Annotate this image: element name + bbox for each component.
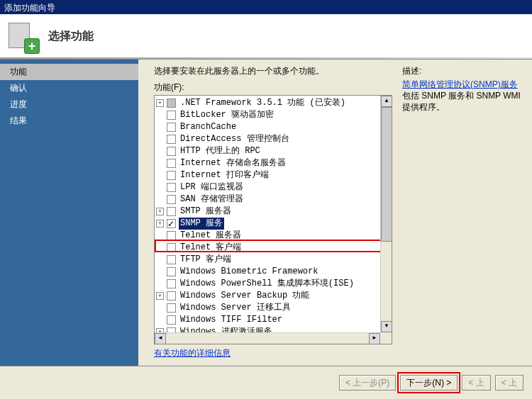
wizard-icon: + bbox=[7, 21, 38, 52]
feature-label: Internet 存储命名服务器 bbox=[179, 157, 287, 169]
expand-icon[interactable]: + bbox=[156, 99, 164, 107]
tree-node[interactable]: Windows Server 迁移工具 bbox=[156, 302, 390, 314]
tree-node[interactable]: DirectAccess 管理控制台 bbox=[156, 133, 390, 145]
tree-node[interactable]: +SNMP 服务 bbox=[156, 218, 390, 230]
feature-checkbox[interactable] bbox=[167, 303, 176, 313]
features-tree[interactable]: +.NET Framework 3.5.1 功能 (已安装)BitLocker … bbox=[155, 96, 392, 344]
tree-node[interactable]: LPR 端口监视器 bbox=[156, 181, 390, 193]
tree-node[interactable]: Internet 存储命名服务器 bbox=[156, 157, 390, 169]
scroll-down-button[interactable]: ▼ bbox=[381, 321, 392, 332]
sidebar-item[interactable]: 进度 bbox=[0, 96, 138, 113]
wizard-sidebar: 功能确认进度结果 bbox=[0, 60, 138, 366]
window-title: 添加功能向导 bbox=[4, 3, 55, 13]
instruction-text: 选择要安装在此服务器上的一个或多个功能。 bbox=[154, 65, 392, 77]
tree-node[interactable]: BranchCache bbox=[156, 121, 390, 133]
tree-node[interactable]: HTTP 代理上的 RPC bbox=[156, 145, 390, 157]
feature-label: BranchCache bbox=[179, 121, 238, 133]
next-button[interactable]: 下一步(N) > bbox=[400, 375, 458, 390]
wizard-body: 功能确认进度结果 选择要安装在此服务器上的一个或多个功能。 功能(F): +.N… bbox=[0, 60, 532, 366]
sidebar-item[interactable]: 确认 bbox=[0, 80, 138, 96]
feature-checkbox[interactable] bbox=[167, 195, 176, 204]
tree-node[interactable]: Windows TIFF IFilter bbox=[156, 314, 390, 326]
scroll-left-button[interactable]: ◄ bbox=[155, 333, 166, 344]
feature-label: Windows PowerShell 集成脚本环境(ISE) bbox=[179, 278, 355, 290]
feature-label: Internet 打印客户端 bbox=[179, 169, 270, 181]
footer-button-3[interactable]: < 上 bbox=[462, 375, 490, 390]
feature-label: SMTP 服务器 bbox=[179, 206, 233, 218]
feature-checkbox[interactable] bbox=[167, 219, 176, 228]
feature-label: LPR 端口监视器 bbox=[179, 181, 245, 193]
feature-label: Windows Biometric Framework bbox=[179, 266, 319, 278]
feature-label: Windows Server 迁移工具 bbox=[179, 302, 292, 314]
expand-icon[interactable]: + bbox=[156, 292, 164, 300]
window-titlebar: 添加功能向导 bbox=[0, 0, 532, 14]
feature-checkbox[interactable] bbox=[167, 159, 176, 168]
vertical-scrollbar[interactable]: ▲ ▼ bbox=[380, 96, 392, 332]
expand-icon[interactable]: + bbox=[156, 208, 164, 215]
tree-node[interactable]: SAN 存储管理器 bbox=[156, 193, 390, 206]
description-tail: 包括 SNMP 服务和 SNMP WMI 提供程序。 bbox=[402, 91, 521, 112]
feature-label: .NET Framework 3.5.1 功能 (已安装) bbox=[179, 97, 347, 109]
tree-node[interactable]: BitLocker 驱动器加密 bbox=[156, 109, 390, 121]
features-tree-container: +.NET Framework 3.5.1 功能 (已安装)BitLocker … bbox=[154, 95, 392, 344]
tree-node[interactable]: Windows Biometric Framework bbox=[156, 266, 390, 278]
header-divider bbox=[0, 57, 532, 59]
feature-label: DirectAccess 管理控制台 bbox=[179, 133, 291, 145]
page-title: 选择功能 bbox=[48, 29, 94, 44]
feature-checkbox[interactable] bbox=[167, 123, 176, 132]
feature-checkbox[interactable] bbox=[167, 291, 176, 300]
scroll-right-button[interactable]: ► bbox=[369, 333, 380, 344]
feature-checkbox[interactable] bbox=[167, 255, 176, 264]
scroll-thumb[interactable] bbox=[381, 107, 392, 242]
feature-checkbox[interactable] bbox=[167, 315, 176, 325]
tree-node[interactable]: Telnet 客户端 bbox=[156, 242, 390, 254]
feature-checkbox[interactable] bbox=[167, 135, 176, 144]
feature-label: Windows Server Backup 功能 bbox=[179, 290, 311, 302]
feature-checkbox[interactable] bbox=[167, 147, 176, 156]
tree-node[interactable]: Telnet 服务器 bbox=[156, 230, 390, 242]
sidebar-item[interactable]: 结果 bbox=[0, 113, 138, 129]
horizontal-scrollbar[interactable]: ◄ ► bbox=[155, 332, 380, 344]
plus-icon: + bbox=[24, 38, 40, 54]
feature-label: SAN 存储管理器 bbox=[179, 193, 245, 206]
expand-icon[interactable]: + bbox=[156, 220, 164, 227]
footer-button-4[interactable]: < 上 bbox=[495, 375, 523, 390]
features-label: 功能(F): bbox=[154, 82, 392, 94]
previous-button[interactable]: < 上一步(P) bbox=[339, 375, 396, 390]
tree-node[interactable]: Internet 打印客户端 bbox=[156, 169, 390, 181]
tree-node[interactable]: Windows PowerShell 集成脚本环境(ISE) bbox=[156, 278, 390, 290]
feature-label: Windows TIFF IFilter bbox=[179, 314, 284, 326]
scroll-corner bbox=[380, 332, 392, 344]
feature-label: BitLocker 驱动器加密 bbox=[179, 109, 275, 121]
tree-node[interactable]: +Windows Server Backup 功能 bbox=[156, 290, 390, 302]
feature-checkbox[interactable] bbox=[167, 243, 176, 252]
feature-label: TFTP 客户端 bbox=[179, 254, 233, 266]
feature-checkbox[interactable] bbox=[167, 267, 176, 276]
next-button-wrap: 下一步(N) > bbox=[400, 375, 458, 390]
wizard-footer: < 上一步(P) 下一步(N) > < 上 < 上 bbox=[0, 366, 532, 399]
scroll-up-button[interactable]: ▲ bbox=[381, 96, 392, 107]
tree-node[interactable]: +SMTP 服务器 bbox=[156, 206, 390, 218]
feature-checkbox[interactable] bbox=[167, 231, 176, 240]
feature-label: SNMP 服务 bbox=[179, 218, 224, 230]
feature-checkbox[interactable] bbox=[167, 279, 176, 288]
description-text: 简单网络管理协议(SNMP)服务包括 SNMP 服务和 SNMP WMI 提供程… bbox=[402, 79, 522, 113]
tree-node[interactable]: +.NET Framework 3.5.1 功能 (已安装) bbox=[156, 97, 390, 109]
feature-checkbox[interactable] bbox=[167, 207, 176, 216]
more-info-link[interactable]: 有关功能的详细信息 bbox=[154, 347, 231, 359]
tree-node[interactable]: TFTP 客户端 bbox=[156, 254, 390, 266]
features-column: 选择要安装在此服务器上的一个或多个功能。 功能(F): +.NET Framew… bbox=[154, 65, 392, 360]
feature-label: Telnet 客户端 bbox=[179, 242, 243, 254]
feature-checkbox[interactable] bbox=[167, 99, 176, 108]
description-link[interactable]: 简单网络管理协议(SNMP)服务 bbox=[402, 79, 518, 90]
feature-checkbox[interactable] bbox=[167, 183, 176, 192]
sidebar-item[interactable]: 功能 bbox=[0, 64, 138, 80]
description-label: 描述: bbox=[402, 65, 522, 77]
main-panel: 选择要安装在此服务器上的一个或多个功能。 功能(F): +.NET Framew… bbox=[138, 60, 532, 366]
wizard-header: + 选择功能 bbox=[0, 14, 532, 60]
feature-label: Telnet 服务器 bbox=[179, 230, 243, 242]
feature-label: HTTP 代理上的 RPC bbox=[179, 145, 262, 157]
feature-checkbox[interactable] bbox=[167, 111, 176, 120]
feature-checkbox[interactable] bbox=[167, 171, 176, 180]
description-column: 描述: 简单网络管理协议(SNMP)服务包括 SNMP 服务和 SNMP WMI… bbox=[402, 65, 522, 360]
